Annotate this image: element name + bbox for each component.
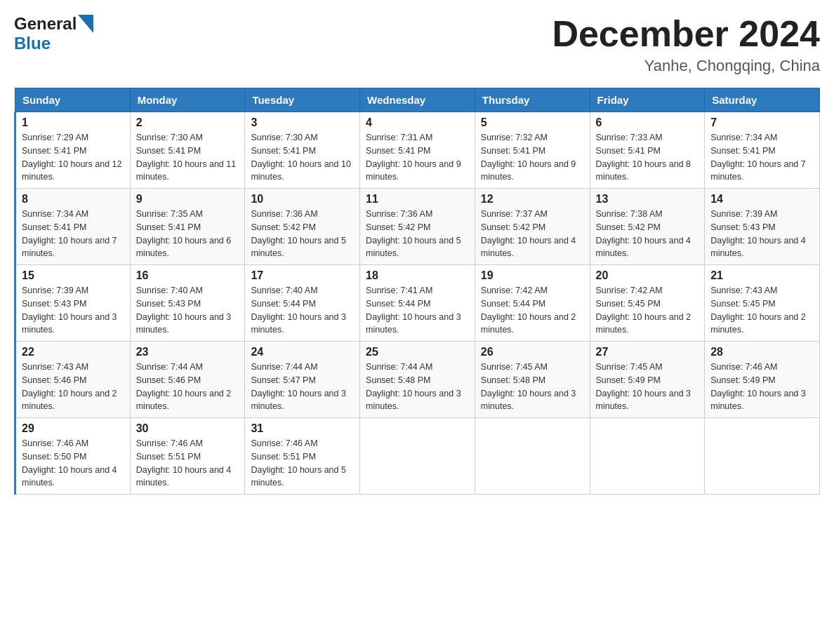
- day-number: 18: [366, 269, 469, 282]
- calendar-subtitle: Yanhe, Chongqing, China: [552, 57, 820, 75]
- day-number: 10: [251, 193, 354, 206]
- table-row: [360, 418, 475, 495]
- day-info: Sunrise: 7:44 AMSunset: 5:46 PMDaylight:…: [136, 361, 239, 413]
- calendar-title: December 2024: [552, 14, 820, 54]
- day-info: Sunrise: 7:34 AMSunset: 5:41 PMDaylight:…: [710, 131, 814, 184]
- table-row: 26 Sunrise: 7:45 AMSunset: 5:48 PMDaylig…: [475, 342, 590, 418]
- day-number: 29: [22, 422, 124, 435]
- day-info: Sunrise: 7:38 AMSunset: 5:42 PMDaylight:…: [596, 208, 699, 260]
- day-info: Sunrise: 7:46 AMSunset: 5:49 PMDaylight:…: [710, 361, 814, 413]
- table-row: 5 Sunrise: 7:32 AMSunset: 5:41 PMDayligh…: [475, 112, 590, 189]
- header-thursday: Thursday: [475, 88, 590, 112]
- header-wednesday: Wednesday: [360, 88, 475, 112]
- day-number: 3: [251, 116, 354, 129]
- day-number: 22: [22, 346, 124, 358]
- day-info: Sunrise: 7:39 AMSunset: 5:43 PMDaylight:…: [710, 208, 814, 260]
- logo: General Blue: [14, 14, 95, 53]
- table-row: 20 Sunrise: 7:42 AMSunset: 5:45 PMDaylig…: [590, 265, 705, 342]
- svg-marker-0: [78, 15, 93, 33]
- page-header: General Blue December 2024 Yanhe, Chongq…: [14, 14, 820, 75]
- day-number: 17: [251, 269, 354, 282]
- calendar-header-row: Sunday Monday Tuesday Wednesday Thursday…: [15, 88, 820, 112]
- table-row: [590, 418, 705, 495]
- day-info: Sunrise: 7:34 AMSunset: 5:41 PMDaylight:…: [22, 208, 124, 260]
- day-info: Sunrise: 7:45 AMSunset: 5:49 PMDaylight:…: [596, 361, 699, 413]
- day-info: Sunrise: 7:44 AMSunset: 5:48 PMDaylight:…: [366, 361, 469, 413]
- table-row: 8 Sunrise: 7:34 AMSunset: 5:41 PMDayligh…: [15, 189, 131, 265]
- day-info: Sunrise: 7:31 AMSunset: 5:41 PMDaylight:…: [366, 131, 469, 184]
- day-info: Sunrise: 7:40 AMSunset: 5:43 PMDaylight:…: [136, 284, 239, 337]
- calendar-week-row: 29 Sunrise: 7:46 AMSunset: 5:50 PMDaylig…: [15, 418, 820, 495]
- day-info: Sunrise: 7:42 AMSunset: 5:45 PMDaylight:…: [596, 284, 699, 337]
- day-info: Sunrise: 7:44 AMSunset: 5:47 PMDaylight:…: [251, 361, 354, 413]
- table-row: 9 Sunrise: 7:35 AMSunset: 5:41 PMDayligh…: [130, 189, 245, 265]
- day-number: 1: [22, 116, 124, 129]
- day-info: Sunrise: 7:42 AMSunset: 5:44 PMDaylight:…: [481, 284, 584, 337]
- day-info: Sunrise: 7:33 AMSunset: 5:41 PMDaylight:…: [596, 131, 699, 184]
- day-info: Sunrise: 7:40 AMSunset: 5:44 PMDaylight:…: [251, 284, 354, 337]
- table-row: 30 Sunrise: 7:46 AMSunset: 5:51 PMDaylig…: [130, 418, 245, 495]
- day-number: 2: [136, 116, 239, 129]
- calendar-week-row: 8 Sunrise: 7:34 AMSunset: 5:41 PMDayligh…: [15, 189, 820, 265]
- table-row: 10 Sunrise: 7:36 AMSunset: 5:42 PMDaylig…: [245, 189, 360, 265]
- day-info: Sunrise: 7:30 AMSunset: 5:41 PMDaylight:…: [251, 131, 354, 184]
- day-number: 27: [596, 346, 699, 358]
- header-saturday: Saturday: [705, 88, 820, 112]
- day-number: 23: [136, 346, 239, 358]
- table-row: 4 Sunrise: 7:31 AMSunset: 5:41 PMDayligh…: [360, 112, 475, 189]
- table-row: 19 Sunrise: 7:42 AMSunset: 5:44 PMDaylig…: [475, 265, 590, 342]
- calendar-week-row: 22 Sunrise: 7:43 AMSunset: 5:46 PMDaylig…: [15, 342, 820, 418]
- day-info: Sunrise: 7:46 AMSunset: 5:51 PMDaylight:…: [136, 437, 239, 490]
- logo-blue-text: Blue: [14, 34, 51, 53]
- day-info: Sunrise: 7:46 AMSunset: 5:50 PMDaylight:…: [22, 437, 124, 490]
- table-row: 2 Sunrise: 7:30 AMSunset: 5:41 PMDayligh…: [130, 112, 245, 189]
- day-number: 31: [251, 422, 354, 435]
- day-number: 24: [251, 346, 354, 358]
- table-row: 18 Sunrise: 7:41 AMSunset: 5:44 PMDaylig…: [360, 265, 475, 342]
- table-row: 27 Sunrise: 7:45 AMSunset: 5:49 PMDaylig…: [590, 342, 705, 418]
- table-row: 22 Sunrise: 7:43 AMSunset: 5:46 PMDaylig…: [15, 342, 131, 418]
- calendar-table: Sunday Monday Tuesday Wednesday Thursday…: [14, 88, 820, 495]
- header-sunday: Sunday: [15, 88, 131, 112]
- day-number: 13: [596, 193, 699, 206]
- table-row: 13 Sunrise: 7:38 AMSunset: 5:42 PMDaylig…: [590, 189, 705, 265]
- day-info: Sunrise: 7:39 AMSunset: 5:43 PMDaylight:…: [22, 284, 124, 337]
- header-monday: Monday: [130, 88, 245, 112]
- table-row: 17 Sunrise: 7:40 AMSunset: 5:44 PMDaylig…: [245, 265, 360, 342]
- table-row: 16 Sunrise: 7:40 AMSunset: 5:43 PMDaylig…: [130, 265, 245, 342]
- table-row: 1 Sunrise: 7:29 AMSunset: 5:41 PMDayligh…: [15, 112, 131, 189]
- table-row: 14 Sunrise: 7:39 AMSunset: 5:43 PMDaylig…: [705, 189, 820, 265]
- table-row: 25 Sunrise: 7:44 AMSunset: 5:48 PMDaylig…: [360, 342, 475, 418]
- day-info: Sunrise: 7:32 AMSunset: 5:41 PMDaylight:…: [481, 131, 584, 184]
- day-number: 30: [136, 422, 239, 435]
- logo-general-text: General: [14, 14, 77, 34]
- calendar-week-row: 15 Sunrise: 7:39 AMSunset: 5:43 PMDaylig…: [15, 265, 820, 342]
- table-row: 11 Sunrise: 7:36 AMSunset: 5:42 PMDaylig…: [360, 189, 475, 265]
- day-info: Sunrise: 7:45 AMSunset: 5:48 PMDaylight:…: [481, 361, 584, 413]
- day-number: 7: [710, 116, 814, 129]
- day-info: Sunrise: 7:41 AMSunset: 5:44 PMDaylight:…: [366, 284, 469, 337]
- table-row: 31 Sunrise: 7:46 AMSunset: 5:51 PMDaylig…: [245, 418, 360, 495]
- day-number: 20: [596, 269, 699, 282]
- logo-arrow-icon: [78, 15, 93, 33]
- day-number: 26: [481, 346, 584, 358]
- day-number: 15: [22, 269, 124, 282]
- table-row: 12 Sunrise: 7:37 AMSunset: 5:42 PMDaylig…: [475, 189, 590, 265]
- table-row: [475, 418, 590, 495]
- day-number: 25: [366, 346, 469, 358]
- day-info: Sunrise: 7:37 AMSunset: 5:42 PMDaylight:…: [481, 208, 584, 260]
- day-number: 19: [481, 269, 584, 282]
- day-info: Sunrise: 7:35 AMSunset: 5:41 PMDaylight:…: [136, 208, 239, 260]
- table-row: 6 Sunrise: 7:33 AMSunset: 5:41 PMDayligh…: [590, 112, 705, 189]
- day-info: Sunrise: 7:46 AMSunset: 5:51 PMDaylight:…: [251, 437, 354, 490]
- day-number: 16: [136, 269, 239, 282]
- table-row: 15 Sunrise: 7:39 AMSunset: 5:43 PMDaylig…: [15, 265, 131, 342]
- table-row: 29 Sunrise: 7:46 AMSunset: 5:50 PMDaylig…: [15, 418, 131, 495]
- calendar-week-row: 1 Sunrise: 7:29 AMSunset: 5:41 PMDayligh…: [15, 112, 820, 189]
- table-row: 23 Sunrise: 7:44 AMSunset: 5:46 PMDaylig…: [130, 342, 245, 418]
- day-number: 14: [710, 193, 814, 206]
- day-number: 9: [136, 193, 239, 206]
- table-row: 7 Sunrise: 7:34 AMSunset: 5:41 PMDayligh…: [705, 112, 820, 189]
- header-tuesday: Tuesday: [245, 88, 360, 112]
- table-row: 3 Sunrise: 7:30 AMSunset: 5:41 PMDayligh…: [245, 112, 360, 189]
